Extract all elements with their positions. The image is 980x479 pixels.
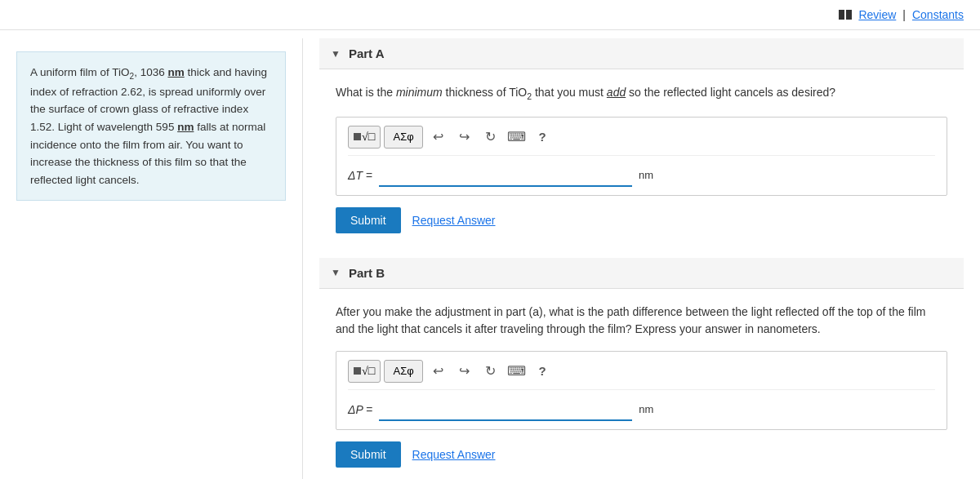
separator: | xyxy=(902,8,906,21)
part-b-help-btn[interactable]: ? xyxy=(531,360,554,383)
part-a-help-btn[interactable]: ? xyxy=(531,126,554,149)
part-b-input-row: ΔP = nm xyxy=(348,398,935,421)
part-a-fraction-btn[interactable]: √□ xyxy=(348,126,381,149)
part-a-collapse-arrow: ▼ xyxy=(331,48,341,60)
problem-text: A uniform film of TiO2, 1036 nm thick an… xyxy=(30,66,267,186)
part-b-greek-btn[interactable]: ΑΣφ xyxy=(384,360,423,383)
part-b-unit: nm xyxy=(639,403,653,415)
part-a-header[interactable]: ▼ Part A xyxy=(319,38,964,69)
part-b-redo-btn[interactable]: ↪ xyxy=(452,360,475,383)
part-a-refresh-btn[interactable]: ↻ xyxy=(479,126,501,149)
review-link[interactable]: Review xyxy=(858,8,896,21)
part-a-input-row: ΔT = nm xyxy=(348,164,935,187)
constants-link[interactable]: Constants xyxy=(912,8,964,21)
part-b-input-label: ΔP = xyxy=(348,403,372,416)
part-a-keyboard-btn[interactable]: ⌨ xyxy=(505,126,528,149)
part-a-input-label: ΔT = xyxy=(348,169,372,182)
part-b-fraction-btn[interactable]: √□ xyxy=(348,360,381,383)
part-b-collapse-arrow: ▼ xyxy=(331,267,341,278)
part-a-content: What is the minimum thickness of TiO2 th… xyxy=(319,69,964,250)
left-panel: A uniform film of TiO2, 1036 nm thick an… xyxy=(0,38,302,479)
part-a-label: Part A xyxy=(349,47,385,60)
part-b-label: Part B xyxy=(349,266,385,280)
part-b-formula-box: √□ ΑΣφ ↩ ↪ ↻ ⌨ ? ΔP = nm xyxy=(336,351,947,430)
part-a-section: ▼ Part A What is the minimum thickness o… xyxy=(319,38,964,250)
part-a-redo-btn[interactable]: ↪ xyxy=(452,126,475,149)
right-panel: ▼ Part A What is the minimum thickness o… xyxy=(302,38,980,479)
part-b-action-row: Submit Request Answer xyxy=(336,441,947,468)
part-b-question: After you make the adjustment in part (a… xyxy=(336,304,947,338)
part-a-undo-btn[interactable]: ↩ xyxy=(426,126,449,149)
top-bar: Review | Constants xyxy=(0,0,980,30)
part-a-unit: nm xyxy=(639,169,653,181)
part-a-greek-btn[interactable]: ΑΣφ xyxy=(384,126,423,149)
part-a-toolbar: √□ ΑΣφ ↩ ↪ ↻ ⌨ ? xyxy=(348,126,935,156)
part-b-refresh-btn[interactable]: ↻ xyxy=(479,360,501,383)
part-b-keyboard-btn[interactable]: ⌨ xyxy=(505,360,528,383)
part-a-submit-btn[interactable]: Submit xyxy=(336,207,401,233)
review-icon xyxy=(839,10,852,20)
part-b-header[interactable]: ▼ Part B xyxy=(319,258,964,289)
main-layout: A uniform film of TiO2, 1036 nm thick an… xyxy=(0,30,980,479)
part-b-request-link[interactable]: Request Answer xyxy=(412,448,496,461)
part-b-answer-input[interactable] xyxy=(379,398,632,421)
part-b-section: ▼ Part B After you make the adjustment i… xyxy=(319,258,964,479)
part-a-answer-input[interactable] xyxy=(379,164,632,187)
part-b-submit-btn[interactable]: Submit xyxy=(336,441,401,468)
problem-box: A uniform film of TiO2, 1036 nm thick an… xyxy=(16,51,286,201)
part-a-action-row: Submit Request Answer xyxy=(336,207,947,233)
part-a-formula-box: √□ ΑΣφ ↩ ↪ ↻ ⌨ ? ΔT = nm xyxy=(336,117,947,196)
part-b-content: After you make the adjustment in part (a… xyxy=(319,289,964,479)
part-a-question: What is the minimum thickness of TiO2 th… xyxy=(336,84,947,104)
part-a-request-link[interactable]: Request Answer xyxy=(412,214,496,227)
part-b-toolbar: √□ ΑΣφ ↩ ↪ ↻ ⌨ ? xyxy=(348,360,935,390)
part-b-undo-btn[interactable]: ↩ xyxy=(426,360,449,383)
